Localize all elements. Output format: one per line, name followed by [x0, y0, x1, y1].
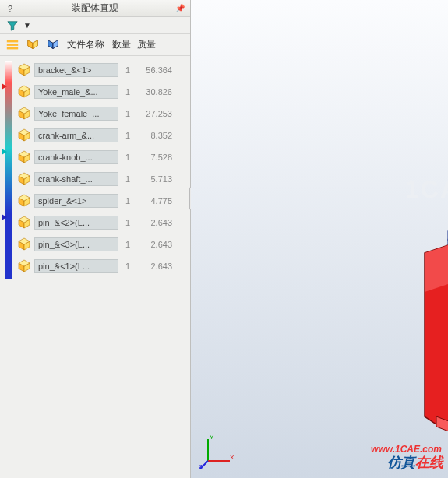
part-icon [17, 259, 31, 273]
svg-text:Z: Z [199, 463, 203, 470]
part-name: crank-arm_&... [34, 128, 118, 142]
panel-titlebar: ? 装配体直观 📌 [0, 0, 190, 17]
gradient-marker[interactable] [2, 214, 7, 220]
part-icon [17, 216, 31, 230]
view-triad-icon[interactable]: Y X Z [199, 431, 238, 470]
gradient-marker[interactable] [2, 149, 7, 155]
part-qty: 1 [122, 131, 134, 140]
part-qty: 1 [122, 218, 134, 227]
part-icon [17, 194, 31, 208]
watermark-text: 1CAE.COM [405, 175, 448, 204]
part-icon [17, 172, 31, 186]
column-header-qty[interactable]: 数量 [112, 38, 131, 51]
part-name: crank-knob_... [34, 150, 118, 164]
list-item[interactable]: crank-arm_&...18.352 [17, 125, 190, 146]
part-name: Yoke_female_... [34, 107, 118, 121]
mass-gradient-bar[interactable] [3, 61, 14, 279]
list-item[interactable]: crank-knob_...17.528 [17, 146, 190, 168]
panel-toolbar: 文件名称 数量 质量 [0, 34, 190, 56]
help-icon[interactable]: ? [5, 3, 16, 14]
svg-rect-2 [7, 47, 18, 49]
part-mass: 2.643 [137, 218, 172, 227]
part-name: pin_&<3>(L... [34, 237, 118, 251]
part-icon [17, 107, 31, 121]
part-mass: 2.643 [137, 262, 172, 271]
part-name: spider_&<1> [34, 194, 118, 208]
filter-bar: ▼ [0, 17, 190, 34]
part-mass: 4.775 [137, 196, 172, 206]
part-icon [17, 85, 31, 99]
part-mass: 5.713 [137, 174, 172, 184]
part-qty: 1 [122, 109, 134, 118]
list-item[interactable]: pin_&<3>(L...12.643 [17, 234, 190, 255]
list-item[interactable]: pin_&<2>(L...12.643 [17, 212, 190, 234]
brand-logo: 仿真在线 [387, 453, 443, 472]
part-name: pin_&<2>(L... [34, 216, 118, 230]
panel-title: 装配体直观 [16, 2, 175, 15]
list-item[interactable]: bracket_&<1>156.364 [17, 59, 190, 81]
part-qty: 1 [122, 153, 134, 162]
assembly-model [413, 27, 448, 463]
column-header-name[interactable]: 文件名称 [67, 38, 104, 51]
side-panel: ? 装配体直观 📌 ▼ 文件名称 数量 质量 bracket_&<1>156.3… [0, 0, 191, 478]
part-icon [17, 63, 31, 77]
list-item[interactable]: pin_&<1>(L...12.643 [17, 255, 190, 277]
list-item[interactable]: crank-shaft_...15.713 [17, 168, 190, 190]
list-item[interactable]: Yoke_female_...127.253 [17, 103, 190, 125]
part-qty: 1 [122, 65, 134, 75]
svg-rect-0 [7, 40, 18, 42]
part-name: crank-shaft_... [34, 172, 118, 186]
svg-rect-1 [7, 44, 18, 46]
part-name: pin_&<1>(L... [34, 259, 118, 273]
part-mass: 8.352 [137, 131, 172, 140]
part-qty: 1 [122, 174, 134, 184]
filter-icon[interactable] [5, 18, 20, 33]
list-item[interactable]: spider_&<1>14.775 [17, 190, 190, 212]
part-icon [17, 150, 31, 164]
part-mass: 30.826 [137, 87, 172, 97]
component-list: bracket_&<1>156.364Yoke_male_&...130.826… [17, 59, 190, 277]
filter-dropdown-icon[interactable]: ▼ [23, 21, 31, 30]
list-item[interactable]: Yoke_male_&...130.826 [17, 81, 190, 103]
part-qty: 1 [122, 240, 134, 249]
graphics-viewport[interactable]: 1CAE.COM Y X Z w [191, 0, 448, 478]
part-qty: 1 [122, 196, 134, 206]
flat-view-icon[interactable] [5, 37, 20, 53]
gradient-marker[interactable] [2, 83, 7, 90]
grouped-view-icon[interactable] [45, 37, 61, 53]
part-qty: 1 [122, 87, 134, 97]
part-name: Yoke_male_&... [34, 85, 118, 99]
part-mass: 7.528 [137, 153, 172, 162]
svg-text:X: X [230, 454, 235, 461]
part-icon [17, 237, 31, 251]
nested-view-icon[interactable] [25, 37, 41, 53]
part-mass: 2.643 [137, 240, 172, 249]
pin-icon[interactable]: 📌 [175, 3, 185, 14]
column-header-mass[interactable]: 质量 [137, 38, 156, 51]
part-mass: 56.364 [137, 65, 172, 75]
part-qty: 1 [122, 262, 134, 271]
part-icon [17, 128, 31, 142]
part-mass: 27.253 [137, 109, 172, 118]
svg-text:Y: Y [210, 434, 214, 441]
part-name: bracket_&<1> [34, 63, 118, 77]
